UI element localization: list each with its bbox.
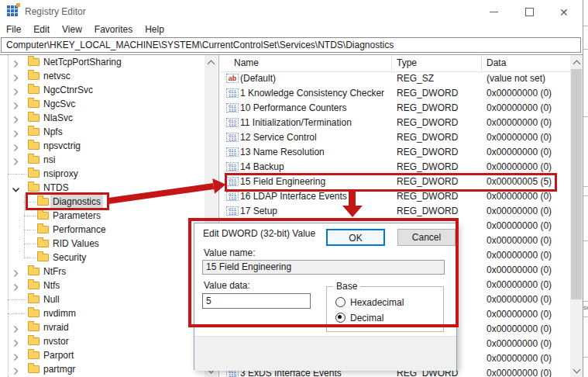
value-type-cell: REG_DWORD	[397, 145, 458, 160]
tree-item-parport[interactable]: Parport	[0, 348, 219, 362]
folder-icon	[28, 58, 40, 66]
tree-item-label[interactable]: Parameters	[50, 209, 103, 223]
tree-item-null[interactable]: Null	[0, 292, 219, 306]
list-scrollbar-thumb[interactable]	[571, 69, 582, 299]
list-row-1-knowledge-consistency-checker[interactable]: 0111101 Knowledge Consistency CheckerREG…	[221, 86, 570, 101]
scroll-down-icon[interactable]	[570, 364, 583, 377]
edge-text-fragment: se	[583, 304, 588, 311]
reg-dword-icon: 011110	[226, 206, 239, 216]
tree-item-nsiproxy[interactable]: nsiproxy	[0, 167, 219, 181]
tree-item-npsvctrig[interactable]: npsvctrig	[0, 139, 219, 153]
minimize-button[interactable]	[476, 0, 511, 23]
tree-item-label[interactable]: Security	[50, 251, 88, 265]
tree-item-label[interactable]: Npfs	[41, 125, 65, 139]
tree-item-security[interactable]: Security	[0, 251, 219, 265]
value-data-cell: 0x00000000 (0)	[487, 248, 552, 263]
annotation-arrow-down-icon	[342, 190, 363, 217]
dialog-footer	[194, 336, 456, 371]
tree-item-nsi[interactable]: nsi	[0, 153, 219, 167]
value-data-cell: 0x00000000 (0)	[487, 86, 552, 101]
tree-item-ntfs[interactable]: Ntfs	[0, 278, 219, 292]
tree-item-label[interactable]: NlaSvc	[41, 111, 75, 125]
list-row-default[interactable]: ab(Default)REG_SZ(value not set)	[221, 71, 570, 86]
tree-item-label[interactable]: npsvctrig	[41, 139, 83, 153]
column-header-data[interactable]: Data	[487, 57, 506, 68]
scroll-up-icon[interactable]	[570, 56, 583, 69]
tree-item-label[interactable]: RID Values	[50, 237, 101, 251]
column-separator[interactable]	[391, 55, 392, 71]
tree-item-partmgr[interactable]: partmgr	[0, 362, 219, 376]
tree-connector-line	[24, 216, 36, 216]
list-row-17-setup[interactable]: 01111017 SetupREG_DWORD0x00000000 (0)	[221, 204, 570, 219]
tree-item-label[interactable]: partmgr	[41, 362, 77, 376]
tree-item-performance[interactable]: Performance	[0, 223, 219, 237]
menu-file[interactable]: File	[0, 23, 27, 35]
folder-icon	[37, 226, 49, 233]
chevron-right-icon[interactable]	[12, 365, 20, 377]
value-data-cell: 0x00000000 (0)	[487, 292, 552, 307]
tree-item-ntfrs[interactable]: NtFrs	[0, 265, 219, 278]
address-bar[interactable]: Computer\HKEY_LOCAL_MACHINE\SYSTEM\Curre…	[1, 37, 581, 53]
menu-help[interactable]: Help	[139, 23, 170, 35]
tree-connector-line	[8, 313, 26, 314]
value-data-cell: 0x00000000 (0)	[487, 219, 552, 233]
folder-icon	[28, 184, 40, 192]
list-scrollbar[interactable]	[570, 55, 583, 377]
tree-item-nvraid[interactable]: nvraid	[0, 320, 219, 334]
edge-divider-line	[583, 116, 588, 117]
column-header-name[interactable]: Name	[234, 57, 259, 68]
list-row-13-name-resolution[interactable]: 01111013 Name ResolutionREG_DWORD0x00000…	[221, 145, 570, 160]
list-header: Name Type Data	[221, 55, 583, 72]
folder-icon	[28, 114, 40, 122]
reg-dword-icon: 011110	[226, 88, 239, 98]
tree-item-netvsc[interactable]: netvsc	[0, 69, 219, 83]
maximize-button[interactable]	[511, 0, 547, 23]
tree-item-label[interactable]: nvstor	[41, 334, 71, 348]
value-name-cell: 13 Name Resolution	[240, 145, 325, 160]
tree-item-label[interactable]: Performance	[50, 223, 108, 237]
tree-item-label[interactable]: NgcSvc	[41, 97, 77, 111]
list-row-12-service-control[interactable]: 01111012 Service ControlREG_DWORD0x00000…	[221, 130, 570, 145]
value-data-cell: 0x00000000 (0)	[487, 278, 552, 292]
tree-item-label[interactable]: NtFrs	[41, 265, 68, 278]
list-row-10-performance-counters[interactable]: 01111010 Performance CountersREG_DWORD0x…	[221, 101, 570, 116]
tree-item-nvstor[interactable]: nvstor	[0, 334, 219, 348]
tree-item-npfs[interactable]: Npfs	[0, 125, 219, 139]
edge-divider-line	[583, 316, 588, 317]
registry-tree-pane: NetTcpPortSharingnetvscNgcCtnrSvcNgcSvcN…	[0, 55, 219, 377]
tree-item-nlasvc[interactable]: NlaSvc	[0, 111, 219, 125]
tree-item-label[interactable]: nvraid	[41, 320, 71, 334]
menu-edit[interactable]: Edit	[27, 23, 56, 35]
tree-item-parameters[interactable]: Parameters	[0, 209, 219, 223]
list-row-11-initialization-termination[interactable]: 01111011 Initialization/TerminationREG_D…	[221, 116, 570, 130]
scroll-up-icon[interactable]	[205, 56, 218, 69]
tree-item-label[interactable]: NetTcpPortSharing	[41, 55, 124, 69]
tree-item-ngcsvc[interactable]: NgcSvc	[0, 97, 219, 111]
value-name-cell: 10 Performance Counters	[240, 101, 346, 116]
close-button[interactable]: ✕	[547, 0, 583, 23]
tree-item-label[interactable]: nsi	[41, 153, 57, 167]
value-data-cell: 0x00000000 (0)	[487, 366, 552, 377]
value-data-cell: 0x00000000 (0)	[487, 233, 552, 248]
tree-item-label[interactable]: NgcCtnrSvc	[41, 83, 95, 97]
tree-item-label[interactable]: Null	[41, 292, 62, 306]
column-header-type[interactable]: Type	[397, 57, 417, 68]
tree-item-label[interactable]: nsiproxy	[41, 167, 81, 181]
edge-divider-line	[583, 240, 588, 241]
tree-item-ngcctnrsvc[interactable]: NgcCtnrSvc	[0, 83, 219, 97]
column-separator[interactable]	[481, 55, 482, 71]
tree-item-nettcpportsharing[interactable]: NetTcpPortSharing	[0, 55, 219, 69]
tree-item-label[interactable]: Ntfs	[41, 278, 62, 292]
tree-item-nvdimm[interactable]: nvdimm	[0, 306, 219, 320]
folder-icon	[28, 170, 40, 178]
menu-favorites[interactable]: Favorites	[88, 23, 139, 35]
tree-item-rid-values[interactable]: RID Values	[0, 237, 219, 251]
menu-view[interactable]: View	[56, 23, 88, 35]
tree-item-label[interactable]: Parport	[41, 348, 76, 362]
folder-icon	[28, 100, 40, 108]
tree-item-label[interactable]: nvdimm	[41, 306, 78, 320]
edge-divider-line	[583, 186, 588, 187]
tree-item-label[interactable]: netvsc	[41, 69, 73, 83]
reg-sz-icon: ab	[226, 74, 239, 83]
folder-icon	[28, 268, 40, 275]
